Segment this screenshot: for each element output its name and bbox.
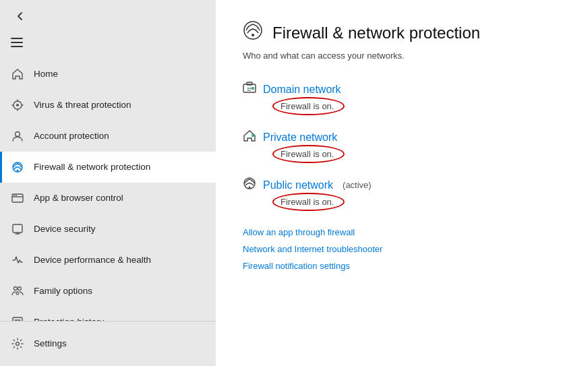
sidebar-item-device-security[interactable]: Device security: [0, 214, 216, 245]
sidebar-label-settings: Settings: [34, 338, 67, 349]
sidebar-header: [0, 0, 216, 32]
network-section-private: Private networkFirewall is on.: [243, 129, 561, 159]
domain-network-status: Firewall is on.: [281, 101, 334, 111]
svg-point-13: [16, 292, 19, 295]
firewall-icon: [11, 160, 24, 174]
sidebar-item-app-browser[interactable]: App & browser control: [0, 183, 216, 214]
svg-point-6: [17, 170, 19, 172]
sidebar-label-app-browser: App & browser control: [34, 193, 123, 204]
private-network-icon: [243, 129, 256, 146]
public-network-status: Firewall is on.: [281, 197, 334, 207]
networks-container: Domain networkFirewall is on.Private net…: [243, 81, 561, 207]
svg-rect-19: [247, 82, 252, 85]
sidebar: HomeVirus & threat protectionAccount pro…: [0, 0, 216, 366]
hamburger-icon[interactable]: [11, 36, 23, 52]
sidebar-item-history[interactable]: Protection history: [0, 307, 216, 321]
svg-rect-10: [13, 224, 22, 233]
page-header: Firewall & network protection: [243, 20, 561, 45]
private-network-status: Firewall is on.: [281, 149, 334, 159]
sidebar-item-firewall[interactable]: Firewall & network protection: [0, 152, 216, 183]
sidebar-item-home[interactable]: Home: [0, 59, 216, 90]
sidebar-title-bar: [0, 32, 216, 59]
page-title: Firewall & network protection: [272, 24, 480, 42]
svg-point-9: [16, 195, 17, 196]
app-browser-icon: [11, 191, 24, 205]
network-title-row-public: Public network(active): [243, 177, 561, 193]
sidebar-bottom: Settings: [0, 321, 216, 366]
domain-status-row: Firewall is on.: [262, 100, 561, 111]
sidebar-label-virus: Virus & threat protection: [34, 100, 131, 111]
sidebar-label-device-health: Device performance & health: [34, 255, 151, 266]
domain-network-icon: [243, 81, 256, 98]
svg-rect-21: [252, 134, 254, 137]
device-health-icon: [11, 253, 24, 267]
public-network-link[interactable]: Public network: [263, 179, 333, 191]
sidebar-item-device-health[interactable]: Device performance & health: [0, 245, 216, 276]
settings-icon: [11, 337, 24, 350]
links-section: Allow an app through firewallNetwork and…: [243, 227, 561, 271]
network-title-row-domain: Domain network: [243, 81, 561, 98]
sidebar-label-device-security: Device security: [34, 224, 96, 235]
domain-network-link[interactable]: Domain network: [263, 84, 341, 96]
main-content: Firewall & network protection Who and wh…: [216, 0, 588, 366]
family-icon: [11, 284, 24, 298]
back-button[interactable]: [11, 7, 30, 26]
link-notification[interactable]: Firewall notification settings: [243, 261, 561, 271]
link-allow-app[interactable]: Allow an app through firewall: [243, 227, 561, 237]
svg-point-8: [13, 195, 15, 196]
svg-point-12: [18, 287, 22, 291]
svg-rect-0: [11, 38, 23, 39]
svg-point-15: [16, 342, 20, 346]
public-status-row: Firewall is on.: [262, 196, 561, 207]
sidebar-label-family: Family options: [34, 286, 92, 297]
page-subtitle: Who and what can access your networks.: [243, 51, 561, 61]
network-title-row-private: Private network: [243, 129, 561, 146]
svg-point-3: [16, 104, 19, 106]
sidebar-label-account: Account protection: [34, 131, 109, 142]
page-icon: [243, 20, 263, 45]
svg-rect-2: [11, 46, 23, 47]
network-section-public: Public network(active)Firewall is on.: [243, 177, 561, 207]
home-icon: [11, 67, 24, 81]
svg-rect-20: [252, 87, 254, 90]
account-icon: [11, 129, 24, 143]
sidebar-item-account[interactable]: Account protection: [0, 121, 216, 152]
history-icon: [11, 315, 24, 321]
private-status-row: Firewall is on.: [262, 148, 561, 159]
sidebar-item-settings[interactable]: Settings: [0, 328, 216, 359]
public-network-badge: (active): [343, 180, 372, 190]
sidebar-label-home: Home: [34, 69, 58, 80]
private-network-link[interactable]: Private network: [263, 131, 337, 144]
sidebar-label-firewall: Firewall & network protection: [34, 162, 150, 173]
svg-point-23: [249, 187, 251, 189]
sidebar-item-virus[interactable]: Virus & threat protection: [0, 90, 216, 121]
public-network-icon: [243, 177, 256, 193]
svg-rect-1: [11, 42, 23, 43]
link-troubleshooter[interactable]: Network and Internet troubleshooter: [243, 244, 561, 254]
network-section-domain: Domain networkFirewall is on.: [243, 81, 561, 111]
svg-point-11: [14, 287, 18, 291]
sidebar-nav: HomeVirus & threat protectionAccount pro…: [0, 59, 216, 321]
virus-icon: [11, 98, 24, 112]
device-security-icon: [11, 222, 24, 236]
sidebar-item-family[interactable]: Family options: [0, 276, 216, 307]
svg-point-17: [252, 34, 254, 36]
sidebar-label-history: Protection history: [34, 317, 104, 321]
svg-point-4: [16, 132, 20, 137]
